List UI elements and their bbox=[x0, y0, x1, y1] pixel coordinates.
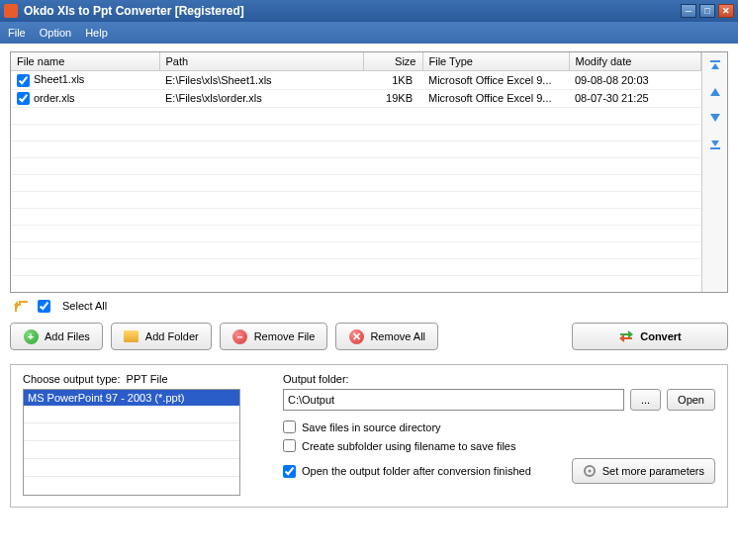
add-files-button[interactable]: +Add Files bbox=[10, 323, 103, 350]
svg-point-3 bbox=[588, 470, 591, 473]
table-row[interactable]: Sheet1.xlsE:\Files\xls\Sheet1.xls1KBMicr… bbox=[11, 71, 701, 90]
file-checkbox[interactable] bbox=[17, 74, 30, 87]
app-icon bbox=[4, 4, 18, 18]
save-source-checkbox[interactable] bbox=[283, 420, 296, 433]
add-folder-button[interactable]: Add Folder bbox=[111, 323, 212, 350]
maximize-button[interactable]: □ bbox=[699, 4, 715, 18]
open-after-checkbox[interactable] bbox=[283, 465, 296, 478]
open-after-label[interactable]: Open the output folder after conversion … bbox=[302, 465, 531, 477]
remove-all-button[interactable]: ✕Remove All bbox=[335, 323, 438, 350]
set-parameters-button[interactable]: Set more parameters bbox=[572, 458, 715, 484]
move-down-icon[interactable] bbox=[707, 110, 723, 126]
output-type-value: PPT File bbox=[127, 373, 168, 385]
move-up-icon[interactable] bbox=[707, 84, 723, 100]
remove-file-button[interactable]: －Remove File bbox=[220, 323, 328, 350]
move-top-icon[interactable] bbox=[707, 58, 723, 74]
convert-icon bbox=[618, 328, 634, 344]
svg-rect-1 bbox=[710, 147, 720, 149]
type-option-selected[interactable]: MS PowerPoint 97 - 2003 (*.ppt) bbox=[24, 390, 239, 406]
file-checkbox[interactable] bbox=[17, 92, 30, 105]
close-button[interactable]: ✕ bbox=[718, 4, 734, 18]
menu-file[interactable]: File bbox=[8, 27, 26, 39]
title-bar: Okdo Xls to Ppt Converter [Registered] ─… bbox=[0, 0, 738, 22]
create-subfolder-label[interactable]: Create subfolder using filename to save … bbox=[302, 440, 515, 452]
col-filename[interactable]: File name bbox=[11, 52, 159, 71]
col-filetype[interactable]: File Type bbox=[422, 52, 569, 71]
up-folder-icon[interactable] bbox=[14, 299, 30, 313]
window-title: Okdo Xls to Ppt Converter [Registered] bbox=[24, 4, 244, 18]
svg-rect-0 bbox=[710, 60, 720, 62]
select-all-checkbox[interactable] bbox=[38, 300, 50, 313]
save-source-label[interactable]: Save files in source directory bbox=[302, 421, 441, 433]
col-size[interactable]: Size bbox=[363, 52, 422, 71]
menu-bar: File Option Help bbox=[0, 22, 738, 44]
reorder-controls bbox=[701, 52, 727, 292]
menu-help[interactable]: Help bbox=[85, 27, 108, 39]
minimize-button[interactable]: ─ bbox=[681, 4, 696, 18]
file-list: File name Path Size File Type Modify dat… bbox=[10, 51, 728, 293]
output-folder-input[interactable] bbox=[283, 389, 624, 411]
col-modifydate[interactable]: Modify date bbox=[569, 52, 701, 71]
col-path[interactable]: Path bbox=[159, 52, 363, 71]
x-icon: ✕ bbox=[349, 329, 364, 344]
output-type-list[interactable]: MS PowerPoint 97 - 2003 (*.ppt) bbox=[23, 389, 240, 496]
create-subfolder-checkbox[interactable] bbox=[283, 439, 296, 452]
folder-icon bbox=[124, 330, 138, 342]
output-folder-label: Output folder: bbox=[283, 373, 715, 385]
browse-button[interactable]: ... bbox=[630, 389, 661, 411]
plus-icon: + bbox=[24, 329, 39, 344]
gear-icon bbox=[583, 464, 597, 478]
move-bottom-icon[interactable] bbox=[707, 136, 723, 151]
output-type-label: Choose output type: bbox=[23, 373, 120, 385]
menu-option[interactable]: Option bbox=[40, 27, 71, 39]
table-row[interactable]: order.xlsE:\Files\xls\order.xls19KBMicro… bbox=[11, 89, 701, 108]
convert-button[interactable]: Convert bbox=[572, 323, 728, 350]
minus-icon: － bbox=[232, 329, 247, 344]
open-folder-button[interactable]: Open bbox=[667, 389, 715, 411]
select-all-label[interactable]: Select All bbox=[62, 300, 107, 312]
